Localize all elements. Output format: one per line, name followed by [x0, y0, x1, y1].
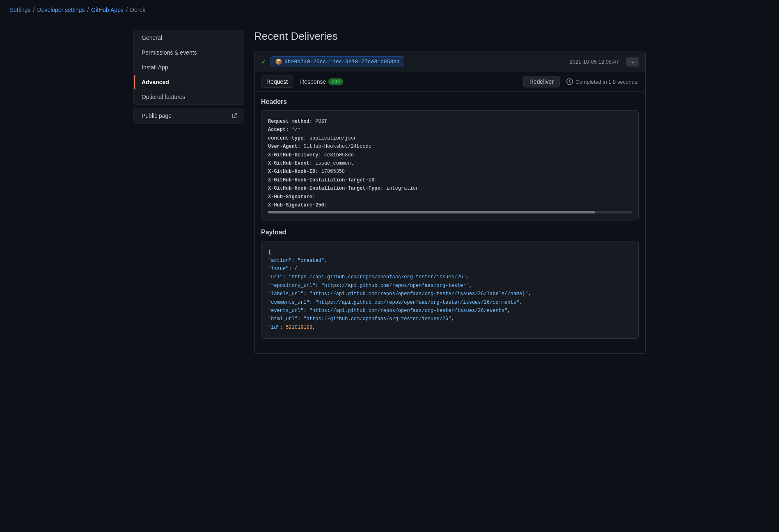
payload-line-5: "repository_url": "https://api.github.co…: [268, 282, 632, 290]
headers-section-title: Headers: [261, 98, 639, 105]
page-title: Recent Deliveries: [254, 30, 646, 43]
clock-icon: [566, 78, 573, 85]
breadcrumb: Settings / Developer settings / GitHub A…: [0, 0, 779, 20]
external-link-icon: [231, 113, 237, 119]
horizontal-scrollbar[interactable]: [268, 211, 632, 213]
content-panel: Headers Request method: POST Accept: */*…: [254, 92, 645, 353]
payload-line-7: "comments_url": "https://api.github.com/…: [268, 298, 632, 307]
response-badge: 200: [328, 78, 343, 85]
main-content: Recent Deliveries ✓ 📦 9ba0b740-25cc-11ec…: [254, 30, 646, 360]
breadcrumb-github-apps[interactable]: GitHub Apps: [91, 7, 124, 13]
package-icon: 📦: [275, 58, 282, 65]
tab-response-label: Response: [300, 78, 326, 85]
sidebar-nav-group: General Permissions & events Install App…: [133, 30, 244, 105]
tabs-row: Request Response 200 Redeliver Completed…: [254, 72, 645, 92]
breadcrumb-settings[interactable]: Settings: [10, 7, 31, 13]
headers-code-block: Request method: POST Accept: */* content…: [261, 110, 639, 220]
delivery-item: ✓ 📦 9ba0b740-25cc-11ec-9e18-77ce81b058dd…: [254, 51, 646, 354]
sidebar-item-optional-features[interactable]: Optional features: [134, 89, 244, 104]
completed-text: Completed in 1.8 seconds.: [566, 78, 639, 85]
scrollbar-thumb: [268, 211, 595, 213]
sidebar-item-general[interactable]: General: [134, 30, 244, 45]
tab-response[interactable]: Response 200: [295, 76, 348, 88]
payload-code-block: { "action": "created", "issue": { "url":…: [261, 241, 639, 339]
header-line-8: X-GitHub-Hook-Installation-Target-ID:: [268, 176, 632, 184]
payload-line-2: "action": "created",: [268, 257, 632, 265]
completed-message: Completed in 1.8 seconds.: [575, 79, 639, 85]
payload-line-4: "url": "https://api.github.com/repos/ope…: [268, 273, 632, 281]
breadcrumb-dev-settings[interactable]: Developer settings: [37, 7, 85, 13]
sidebar-item-install-app[interactable]: Install App: [134, 60, 244, 75]
check-icon: ✓: [261, 58, 266, 66]
header-line-9: X-GitHub-Hook-Installation-Target-Type: …: [268, 184, 632, 193]
payload-line-10: "id": 521019198,: [268, 323, 632, 332]
breadcrumb-sep-1: /: [33, 7, 35, 13]
sidebar-item-permissions[interactable]: Permissions & events: [134, 45, 244, 60]
delivery-id-badge[interactable]: 📦 9ba0b740-25cc-11ec-9e18-77ce81b058dd: [270, 56, 404, 67]
delivery-header: ✓ 📦 9ba0b740-25cc-11ec-9e18-77ce81b058dd…: [254, 51, 645, 72]
sidebar-item-public-page-label: Public page: [142, 112, 172, 119]
header-line-3: content-type: application/json: [268, 134, 632, 142]
breadcrumb-current: Derek: [130, 7, 145, 13]
payload-line-3: "issue": {: [268, 265, 632, 273]
delivery-timestamp: 2021-10-05 12:08:47: [570, 59, 619, 65]
sidebar: General Permissions & events Install App…: [133, 30, 244, 360]
header-line-1: Request method: POST: [268, 117, 632, 126]
tab-request-label: Request: [266, 78, 288, 85]
header-line-7: X-GitHub-Hook-ID: 17865358: [268, 167, 632, 176]
sidebar-item-advanced[interactable]: Advanced: [134, 75, 244, 89]
payload-line-1: {: [268, 248, 632, 256]
payload-line-9: "html_url": "https://github.com/openfaas…: [268, 315, 632, 323]
payload-section-title: Payload: [261, 229, 639, 236]
header-line-6: X-GitHub-Event: issue_comment: [268, 159, 632, 167]
payload-line-8: "events_url": "https://api.github.com/re…: [268, 307, 632, 315]
header-line-11: X-Hub-Signature-256:: [268, 201, 632, 209]
tab-request[interactable]: Request: [261, 76, 293, 88]
header-line-4: User-Agent: GitHub-Hookshot/24bccdc: [268, 142, 632, 151]
redeliver-button[interactable]: Redeliver: [523, 76, 560, 87]
header-line-10: X-Hub-Signature:: [268, 193, 632, 201]
sidebar-item-public-page[interactable]: Public page: [134, 108, 244, 123]
ellipsis-button[interactable]: ···: [626, 57, 639, 66]
sidebar-public-page-group: Public page: [133, 108, 244, 124]
header-line-2: Accept: */*: [268, 126, 632, 134]
header-line-5: X-GitHub-Delivery: ce81b058dd: [268, 151, 632, 159]
breadcrumb-sep-2: /: [87, 7, 89, 13]
delivery-id: 9ba0b740-25cc-11ec-9e18-77ce81b058dd: [284, 59, 400, 65]
payload-line-6: "labels_url": "https://api.github.com/re…: [268, 290, 632, 298]
layout: General Permissions & events Install App…: [127, 20, 652, 370]
breadcrumb-sep-3: /: [126, 7, 128, 13]
